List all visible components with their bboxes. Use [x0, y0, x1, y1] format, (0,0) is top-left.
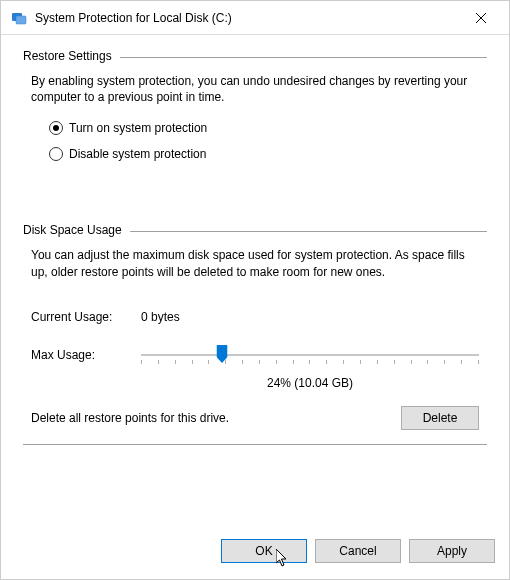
title-bar: System Protection for Local Disk (C:) [1, 1, 509, 35]
svg-rect-1 [16, 16, 26, 24]
disk-section-title: Disk Space Usage [23, 223, 122, 237]
dialog-window: System Protection for Local Disk (C:) Re… [0, 0, 510, 580]
max-usage-percent: 24% (10.04 GB) [133, 376, 487, 390]
slider-ticks [141, 360, 479, 364]
delete-row: Delete all restore points for this drive… [31, 406, 479, 430]
delete-button[interactable]: Delete [401, 406, 479, 430]
current-usage-label: Current Usage: [31, 310, 141, 324]
slider-track [141, 354, 479, 356]
divider [130, 231, 487, 232]
protection-radio-group: Turn on system protection Disable system… [49, 121, 487, 173]
radio-label: Disable system protection [69, 147, 206, 161]
max-usage-label: Max Usage: [31, 348, 141, 362]
divider [23, 444, 487, 445]
radio-turn-on[interactable]: Turn on system protection [49, 121, 487, 135]
dialog-button-row: OK Cancel Apply [1, 539, 509, 579]
radio-disable[interactable]: Disable system protection [49, 147, 487, 161]
max-usage-row: Max Usage: [31, 344, 479, 366]
divider [120, 57, 487, 58]
disk-description: You can adjust the maximum disk space us… [31, 247, 479, 279]
current-usage-value: 0 bytes [141, 310, 180, 324]
ok-button[interactable]: OK [221, 539, 307, 563]
close-button[interactable] [461, 3, 501, 33]
slider-thumb-icon[interactable] [217, 345, 228, 363]
restore-description: By enabling system protection, you can u… [31, 73, 479, 105]
radio-label: Turn on system protection [69, 121, 207, 135]
delete-description: Delete all restore points for this drive… [31, 411, 401, 425]
radio-icon [49, 121, 63, 135]
dialog-content: Restore Settings By enabling system prot… [1, 35, 509, 539]
restore-section-header: Restore Settings [23, 49, 487, 63]
app-icon [11, 10, 27, 26]
max-usage-slider[interactable] [141, 344, 479, 366]
current-usage-row: Current Usage: 0 bytes [31, 310, 479, 324]
cancel-button[interactable]: Cancel [315, 539, 401, 563]
radio-icon [49, 147, 63, 161]
restore-section-title: Restore Settings [23, 49, 112, 63]
disk-section-header: Disk Space Usage [23, 223, 487, 237]
apply-button[interactable]: Apply [409, 539, 495, 563]
window-title: System Protection for Local Disk (C:) [35, 11, 461, 25]
